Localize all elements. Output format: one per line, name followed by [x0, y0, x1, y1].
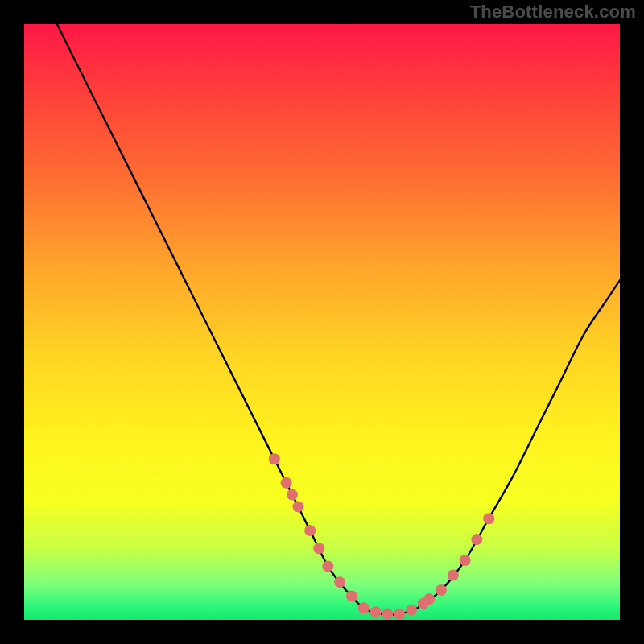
attribution-label: TheBottleneck.com	[470, 2, 636, 23]
curve-marker	[436, 584, 447, 596]
curve-marker	[358, 602, 369, 613]
curve-svg	[24, 24, 620, 620]
curve-marker	[313, 543, 324, 554]
curve-line	[24, 24, 620, 615]
curve-marker	[423, 593, 435, 605]
curve-marker	[406, 605, 417, 616]
curve-marker	[346, 590, 357, 601]
curve-marker	[304, 525, 316, 536]
curve-marker	[471, 534, 482, 545]
curve-marker	[322, 560, 333, 572]
curve-marker	[483, 513, 494, 524]
curve-marker	[269, 453, 280, 464]
curve-marker	[287, 489, 298, 501]
curve-marker	[334, 576, 345, 588]
curve-markers	[269, 453, 494, 619]
curve-marker	[448, 570, 459, 581]
curve-marker	[370, 606, 382, 617]
plot-area	[24, 24, 620, 620]
curve-marker	[382, 609, 393, 620]
curve-marker	[394, 609, 405, 620]
curve-marker	[292, 501, 303, 512]
curve-marker	[460, 555, 471, 566]
curve-marker	[281, 477, 292, 489]
chart-root: TheBottleneck.com	[0, 0, 644, 644]
